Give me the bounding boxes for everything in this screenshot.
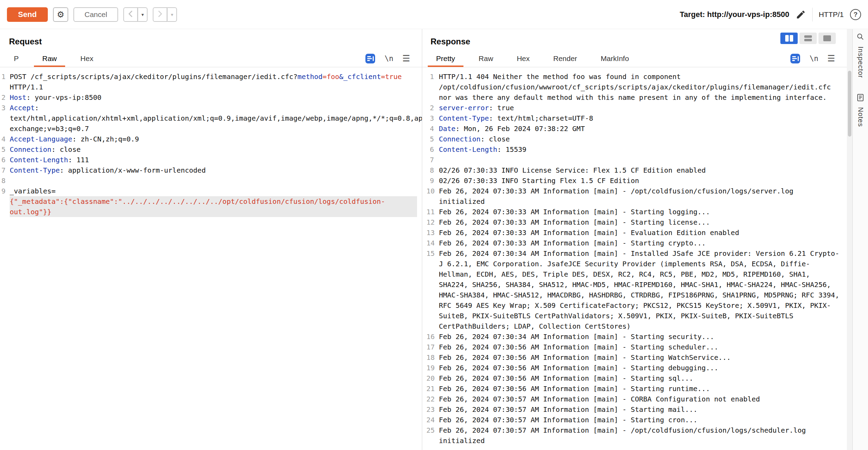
sidebar-item-notes[interactable]: Notes [856, 93, 865, 127]
notes-icon [856, 93, 865, 103]
code-segment-plain: : 111 [68, 156, 89, 164]
single-pane-icon [823, 35, 831, 41]
line-text[interactable]: Accept: text/html,application/xhtml+xml,… [10, 103, 422, 134]
response-scrollbar[interactable] [847, 29, 852, 450]
line-number: 2 [1, 92, 10, 103]
line-number: 4 [1, 134, 10, 144]
layout-view-buttons [780, 33, 836, 44]
line-text: Feb 26, 2024 07:30:34 AM Information [ma… [439, 331, 842, 342]
line-text: Feb 26, 2024 07:30:57 AM Information [ma… [439, 404, 842, 415]
line-number: 15 [426, 248, 439, 331]
request-editor[interactable]: 1POST /cf_scripts/scripts/ajax/ckeditor/… [0, 67, 422, 217]
back-history-dropdown[interactable]: ▾ [138, 7, 148, 22]
line-number: 6 [1, 155, 10, 165]
line-number: 24 [426, 415, 439, 425]
request-tab-raw[interactable]: Raw [30, 50, 69, 67]
line-text[interactable]: Host: your-vps-ip:8500 [10, 92, 417, 103]
code-segment-plain: 02/26 07:30:33 INFO Starting Flex 1.5 CF… [439, 176, 639, 185]
line-text: Feb 26, 2024 07:30:33 AM Information [ma… [439, 238, 842, 248]
single-layout-button[interactable] [818, 33, 836, 44]
line-text: Feb 26, 2024 07:30:56 AM Information [ma… [439, 363, 842, 373]
newline-toggle-icon[interactable]: \n [384, 54, 393, 63]
code-segment-plain: Feb 26, 2024 07:30:34 AM Information [ma… [439, 332, 714, 341]
response-tab-render[interactable]: Render [541, 50, 589, 67]
code-segment-plain: Feb 26, 2024 07:30:56 AM Information [ma… [439, 353, 731, 362]
sidebar-item-inspector[interactable]: Inspector [856, 33, 865, 78]
menu-icon[interactable]: ☰ [402, 53, 410, 63]
line-text[interactable]: POST /cf_scripts/scripts/ajax/ckeditor/p… [10, 71, 417, 92]
code-segment-plain: HTTP/1.1 404 Neither the method foo was … [439, 72, 835, 102]
code-segment-header: Connection [10, 145, 51, 154]
line-text: HTTP/1.1 404 Neither the method foo was … [439, 71, 842, 103]
code-line: 7Content-Type: application/x-www-form-ur… [1, 165, 417, 175]
code-segment-plain: : text/html;charset=UTF-8 [489, 114, 593, 122]
code-segment-plain: _variables= [10, 187, 55, 195]
send-button[interactable]: Send [7, 7, 48, 22]
response-tab-icons: \n ☰ [790, 50, 840, 67]
line-text[interactable]: Connection: close [10, 144, 417, 155]
code-segment-header: Content-Length [10, 156, 68, 164]
code-segment-plain: Feb 26, 2024 07:30:57 AM Information [ma… [439, 405, 698, 414]
editor-split: Request PRawHex \n ☰ 1POST /cf_scripts/s… [0, 29, 868, 450]
rows-icon [804, 35, 812, 41]
line-number: 25 [426, 425, 439, 446]
line-text: Feb 26, 2024 07:30:33 AM Information [ma… [439, 227, 842, 238]
line-number: 16 [426, 331, 439, 342]
settings-button[interactable]: ⚙ [53, 7, 68, 22]
line-text[interactable] [10, 175, 417, 186]
response-viewer[interactable]: 1HTTP/1.1 404 Neither the method foo was… [422, 67, 847, 446]
line-number: 21 [426, 383, 439, 394]
forward-history-dropdown[interactable]: ▾ [167, 7, 177, 22]
line-text: 02/26 07:30:33 INFO Starting Flex 1.5 CF… [439, 175, 842, 186]
prettify-icon[interactable] [365, 53, 375, 64]
repeater-app: Send ⚙ Cancel ▾ ▾ [0, 0, 868, 450]
code-line: 6Content-Length: 15539 [426, 144, 842, 155]
line-text: server-error: true [439, 103, 842, 113]
edit-target-icon[interactable] [796, 9, 806, 20]
response-tab-markinfo[interactable]: MarkInfo [589, 50, 641, 67]
line-text: Feb 26, 2024 07:30:57 AM Information [ma… [439, 415, 842, 425]
line-text: Feb 26, 2024 07:30:33 AM Information [ma… [439, 186, 842, 207]
code-segment-plain: : Mon, 26 Feb 2024 07:38:22 GMT [455, 124, 585, 133]
prettify-icon[interactable] [790, 53, 800, 64]
code-line: 1HTTP/1.1 404 Neither the method foo was… [426, 71, 842, 103]
code-segment-plain: : 15539 [497, 145, 526, 154]
gear-icon: ⚙ [57, 10, 64, 19]
response-tab-raw[interactable]: Raw [467, 50, 505, 67]
request-tabs: PRawHex [2, 50, 105, 67]
response-tab-hex[interactable]: Hex [505, 50, 541, 67]
scrollbar-thumb[interactable] [848, 71, 851, 137]
code-segment-plain: : zh-CN,zh;q=0.9 [72, 135, 139, 143]
cancel-button[interactable]: Cancel [73, 7, 118, 22]
help-icon[interactable]: ? [850, 9, 861, 20]
response-tab-pretty[interactable]: Pretty [424, 50, 467, 67]
line-number: 3 [426, 113, 439, 123]
toolbar-right: Target: http://your-vps-ip:8500 HTTP/1 ? [680, 8, 861, 21]
newline-toggle-icon[interactable]: \n [809, 54, 818, 63]
code-segment-plain: Feb 26, 2024 07:30:33 AM Information [ma… [439, 208, 710, 216]
line-text[interactable]: Accept-Language: zh-CN,zh;q=0.9 [10, 134, 417, 144]
code-line: 11Feb 26, 2024 07:30:33 AM Information [… [426, 207, 842, 217]
request-tab-hex[interactable]: Hex [69, 50, 105, 67]
line-text: Feb 26, 2024 07:30:57 AM Information [ma… [439, 394, 842, 404]
line-number: 17 [426, 342, 439, 352]
line-text[interactable]: Content-Type: application/x-www-form-url… [10, 165, 417, 175]
code-segment-plain: : application/x-www-form-urlencoded [60, 166, 206, 174]
line-text[interactable]: Content-Length: 111 [10, 155, 417, 165]
request-tab-p[interactable]: P [2, 50, 30, 67]
request-tab-icons: \n ☰ [365, 50, 415, 67]
back-button[interactable] [123, 7, 138, 22]
line-text [439, 155, 842, 165]
rows-layout-button[interactable] [799, 33, 817, 44]
line-text: Feb 26, 2024 07:30:57 AM Information [ma… [439, 425, 842, 446]
code-segment-value: =foo [322, 72, 339, 81]
code-segment-plain: : true [489, 104, 514, 112]
columns-layout-button[interactable] [780, 33, 798, 44]
menu-icon[interactable]: ☰ [827, 53, 835, 63]
forward-button[interactable] [153, 7, 167, 22]
code-line: 22Feb 26, 2024 07:30:57 AM Information [… [426, 394, 842, 404]
http-version-selector[interactable]: HTTP/1 [819, 10, 844, 19]
line-text[interactable]: _variables={"_metadata":{"classname":"..… [10, 186, 417, 217]
line-number: 22 [426, 394, 439, 404]
line-number: 9 [426, 175, 439, 186]
